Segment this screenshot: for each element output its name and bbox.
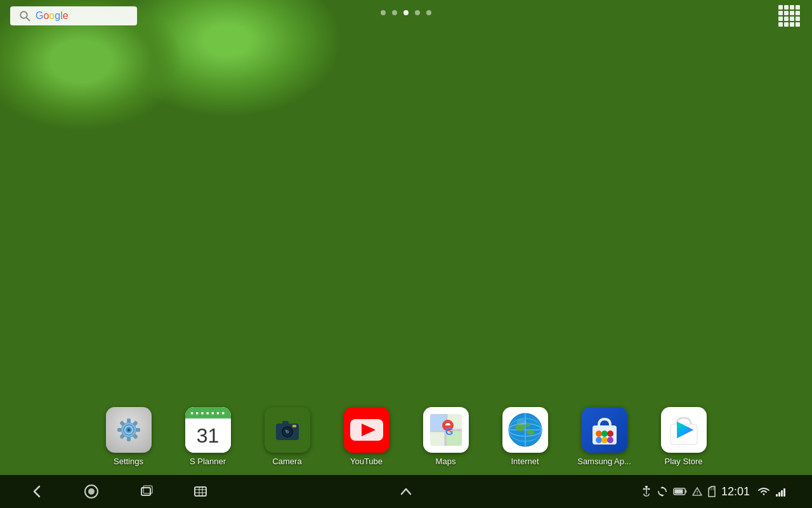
nav-right-status: ! 12:01 xyxy=(641,485,787,498)
youtube-icon xyxy=(344,407,390,453)
svg-rect-81 xyxy=(778,492,780,497)
svg-rect-11 xyxy=(117,428,122,432)
settings-icon xyxy=(106,407,152,453)
svg-rect-73 xyxy=(674,490,683,494)
google-logo-text: Google xyxy=(36,10,69,22)
app-youtube[interactable]: YouTube xyxy=(332,407,402,466)
app-playstore[interactable]: Play Store xyxy=(649,407,719,466)
svg-point-23 xyxy=(285,430,287,432)
settings-gear-svg xyxy=(112,413,145,446)
settings-label: Settings xyxy=(114,457,143,466)
page-dot-3[interactable] xyxy=(403,10,409,15)
svg-point-52 xyxy=(601,437,608,443)
svg-point-69 xyxy=(648,488,650,490)
maps-icon: G xyxy=(423,407,469,453)
sd-card-icon xyxy=(707,486,716,497)
sync-icon xyxy=(657,486,668,497)
back-icon xyxy=(28,483,46,500)
app-camera[interactable]: Camera xyxy=(252,407,322,466)
nav-left-buttons xyxy=(25,480,212,503)
app-samsungapps[interactable]: Samsung Ap... xyxy=(570,407,639,466)
internet-icon xyxy=(502,407,548,453)
app-splanner[interactable]: ■ ■ ■ ■ ■ ■ ■ 31 S Planner xyxy=(173,407,243,466)
warning-icon: ! xyxy=(692,486,702,497)
svg-point-51 xyxy=(596,437,602,443)
svg-point-48 xyxy=(596,431,602,437)
recents-icon xyxy=(137,483,155,500)
svg-rect-67 xyxy=(645,486,648,488)
navbar: ! 12:01 xyxy=(0,475,812,508)
splanner-day: 31 xyxy=(197,425,219,446)
svg-rect-5 xyxy=(127,418,131,423)
svg-point-17 xyxy=(128,429,129,431)
time-display: 12:01 xyxy=(721,485,750,498)
screenshot-icon xyxy=(192,483,209,500)
svg-rect-9 xyxy=(127,437,131,441)
maps-label: Maps xyxy=(436,457,456,466)
recents-button[interactable] xyxy=(134,480,157,503)
search-icon xyxy=(19,10,30,22)
splanner-label: S Planner xyxy=(190,457,226,466)
signal-icon xyxy=(775,486,787,497)
screenshot-button[interactable] xyxy=(189,480,212,503)
svg-rect-60 xyxy=(141,488,150,495)
splanner-icon: ■ ■ ■ ■ ■ ■ ■ 31 xyxy=(185,407,231,453)
page-dot-1[interactable] xyxy=(381,10,386,15)
svg-point-49 xyxy=(601,431,608,437)
samsungapps-icon xyxy=(582,407,627,453)
splanner-month: ■ ■ ■ ■ ■ ■ ■ xyxy=(190,411,225,415)
page-dot-2[interactable] xyxy=(392,10,397,15)
apps-grid-button[interactable] xyxy=(776,3,802,29)
grid-icon xyxy=(778,5,800,27)
svg-rect-25 xyxy=(292,425,296,427)
app-internet[interactable]: Internet xyxy=(490,407,560,466)
topbar: Google xyxy=(0,0,812,32)
playstore-icon xyxy=(661,407,707,453)
svg-text:!: ! xyxy=(697,490,698,495)
internet-label: Internet xyxy=(511,457,539,466)
page-dot-5[interactable] xyxy=(426,10,431,15)
page-dots xyxy=(381,10,431,15)
dock: Settings ■ ■ ■ ■ ■ ■ ■ 31 S Planner xyxy=(0,400,812,473)
svg-rect-74 xyxy=(685,490,687,493)
svg-line-1 xyxy=(27,18,30,21)
svg-point-44 xyxy=(527,430,534,435)
google-search-bar[interactable]: Google xyxy=(10,6,137,25)
svg-rect-80 xyxy=(776,494,778,497)
camera-icon xyxy=(265,407,310,453)
youtube-label: YouTube xyxy=(350,457,383,466)
up-button[interactable] xyxy=(395,480,417,503)
svg-rect-24 xyxy=(282,421,289,425)
app-maps[interactable]: G Maps xyxy=(411,407,481,466)
up-icon xyxy=(397,483,415,500)
svg-rect-82 xyxy=(781,490,783,497)
nav-center xyxy=(395,480,417,503)
home-button[interactable] xyxy=(80,480,103,503)
usb-icon xyxy=(641,485,652,498)
svg-point-50 xyxy=(607,431,613,437)
back-button[interactable] xyxy=(25,480,48,503)
svg-point-46 xyxy=(516,419,527,425)
camera-label: Camera xyxy=(272,457,301,466)
svg-rect-62 xyxy=(195,487,206,496)
home-icon xyxy=(82,483,100,500)
svg-point-68 xyxy=(643,488,645,490)
battery-icon xyxy=(673,487,687,496)
app-settings[interactable]: Settings xyxy=(94,407,164,466)
svg-text:G: G xyxy=(445,426,453,437)
svg-point-59 xyxy=(88,488,95,495)
svg-rect-83 xyxy=(783,488,785,497)
svg-point-53 xyxy=(607,437,613,443)
page-dot-4[interactable] xyxy=(415,10,420,15)
svg-rect-7 xyxy=(136,428,140,432)
wifi-icon xyxy=(757,486,770,497)
playstore-label: Play Store xyxy=(665,457,703,466)
samsungapps-label: Samsung Ap... xyxy=(577,457,631,466)
